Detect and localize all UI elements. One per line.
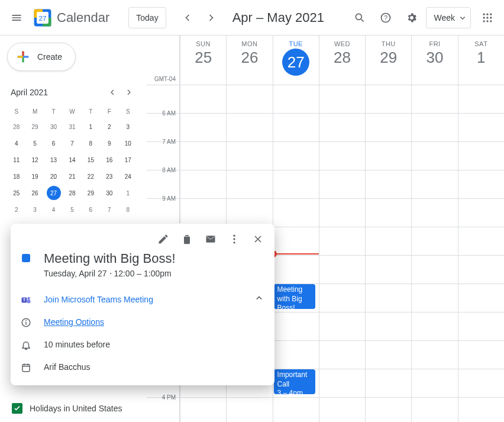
- mini-day[interactable]: 1: [82, 118, 100, 135]
- svg-rect-31: [22, 365, 30, 372]
- mini-next-button[interactable]: [121, 84, 137, 101]
- hour-label: 6 AM: [147, 110, 180, 138]
- mini-day[interactable]: 11: [7, 152, 25, 168]
- mini-day[interactable]: 24: [119, 168, 137, 185]
- day-header[interactable]: SUN25: [180, 36, 226, 85]
- settings-button[interactable]: [400, 6, 424, 30]
- prev-week-button[interactable]: [176, 6, 199, 30]
- event-color-icon: [22, 254, 30, 262]
- mini-day[interactable]: 30: [44, 118, 63, 135]
- event-block[interactable]: Meeting with Big Boss!12 – 1pm: [274, 284, 315, 309]
- mini-day[interactable]: 5: [63, 201, 81, 218]
- date-range-label: Apr – May 2021: [232, 10, 324, 25]
- svg-point-14: [483, 20, 485, 22]
- mini-day[interactable]: 15: [82, 152, 100, 168]
- mini-dow: S: [119, 104, 137, 118]
- create-label: Create: [37, 52, 62, 62]
- day-header[interactable]: THU29: [365, 36, 411, 85]
- search-button[interactable]: [348, 6, 371, 30]
- delete-button[interactable]: [176, 228, 198, 250]
- mini-day[interactable]: 23: [100, 168, 118, 185]
- logo[interactable]: 27 Calendar: [31, 6, 109, 30]
- view-switcher[interactable]: Week: [426, 7, 471, 28]
- apps-button[interactable]: [476, 6, 499, 30]
- mini-day[interactable]: 8: [119, 201, 137, 218]
- main-menu-button[interactable]: [5, 6, 28, 30]
- mini-day[interactable]: 4: [44, 201, 63, 218]
- day-header[interactable]: MON26: [226, 36, 272, 85]
- mini-day[interactable]: 29: [25, 118, 44, 135]
- svg-point-11: [483, 17, 485, 18]
- edit-button[interactable]: [153, 228, 174, 250]
- mini-day[interactable]: 12: [25, 152, 44, 168]
- hour-label: [147, 82, 180, 109]
- mini-day[interactable]: 26: [25, 185, 44, 201]
- mini-day[interactable]: 19: [25, 168, 44, 185]
- day-header[interactable]: WED28: [319, 36, 365, 85]
- mini-dow: F: [100, 104, 118, 118]
- plus-icon: [15, 49, 31, 65]
- mini-day[interactable]: 18: [7, 168, 25, 185]
- mini-day[interactable]: 17: [119, 152, 137, 168]
- mini-day[interactable]: 13: [44, 152, 63, 168]
- mini-day[interactable]: 30: [100, 185, 118, 201]
- event-block[interactable]: Important Call3 – 4pm: [274, 369, 315, 394]
- mini-day[interactable]: 1: [119, 185, 137, 201]
- mini-day[interactable]: 28: [7, 118, 25, 135]
- chevron-down-icon: [457, 12, 468, 23]
- mini-day[interactable]: 5: [25, 135, 44, 152]
- checkbox-checked-icon[interactable]: [12, 403, 22, 414]
- organizer-name: Arif Bacchus: [44, 362, 91, 372]
- mini-day[interactable]: 20: [44, 168, 63, 185]
- calendar-icon: [20, 362, 32, 373]
- mini-calendar: April 2021 SMTWTFS2829303112345678910111…: [7, 84, 137, 218]
- svg-point-9: [486, 13, 488, 15]
- mini-day[interactable]: 6: [82, 201, 100, 218]
- svg-rect-30: [25, 320, 27, 321]
- mini-day[interactable]: 9: [100, 135, 118, 152]
- day-header[interactable]: TUE27: [273, 36, 319, 85]
- close-button[interactable]: [247, 228, 269, 250]
- mini-day[interactable]: 14: [63, 152, 81, 168]
- collapse-button[interactable]: [253, 292, 265, 306]
- today-button[interactable]: Today: [128, 7, 166, 28]
- calendar-logo-icon: 27: [31, 6, 54, 30]
- calendar-list-item[interactable]: Holidays in United States: [9, 403, 122, 414]
- mini-day[interactable]: 21: [63, 168, 81, 185]
- mini-day[interactable]: 3: [25, 201, 44, 218]
- mini-day[interactable]: 31: [63, 118, 81, 135]
- more-options-button[interactable]: [224, 228, 245, 250]
- mini-day[interactable]: 10: [119, 135, 137, 152]
- calendar-name: Holidays in United States: [30, 404, 122, 413]
- mini-day[interactable]: 28: [63, 185, 81, 201]
- mini-day[interactable]: 25: [7, 185, 25, 201]
- event-datetime: Tuesday, April 27 ⋅ 12:00 – 1:00pm: [44, 269, 176, 278]
- mini-day[interactable]: 3: [119, 118, 137, 135]
- help-button[interactable]: ?: [374, 6, 398, 30]
- svg-rect-27: [27, 299, 31, 303]
- mini-day[interactable]: 29: [82, 185, 100, 201]
- create-button[interactable]: Create: [7, 43, 76, 71]
- hour-label: 4 PM: [147, 394, 180, 422]
- mini-day[interactable]: 8: [82, 135, 100, 152]
- mini-day[interactable]: 6: [44, 135, 63, 152]
- day-header[interactable]: SAT1: [458, 36, 504, 85]
- mini-prev-button[interactable]: [104, 84, 121, 101]
- mini-day[interactable]: 27: [44, 185, 63, 201]
- mini-day[interactable]: 7: [63, 135, 81, 152]
- mini-day[interactable]: 4: [7, 135, 25, 152]
- day-header[interactable]: FRI30: [411, 36, 457, 85]
- meeting-options-link[interactable]: Meeting Options: [44, 317, 104, 327]
- mini-day[interactable]: 16: [100, 152, 118, 168]
- mini-day[interactable]: 22: [82, 168, 100, 185]
- mini-day[interactable]: 7: [100, 201, 118, 218]
- svg-point-23: [233, 241, 235, 243]
- next-week-button[interactable]: [199, 6, 223, 30]
- teams-join-link[interactable]: Join Microsoft Teams Meeting: [44, 295, 153, 304]
- mini-day[interactable]: 2: [100, 118, 118, 135]
- mini-dow: T: [82, 104, 100, 118]
- email-button[interactable]: [200, 228, 221, 250]
- mini-day[interactable]: 2: [7, 201, 25, 218]
- now-indicator: [273, 253, 319, 255]
- svg-rect-20: [18, 56, 23, 57]
